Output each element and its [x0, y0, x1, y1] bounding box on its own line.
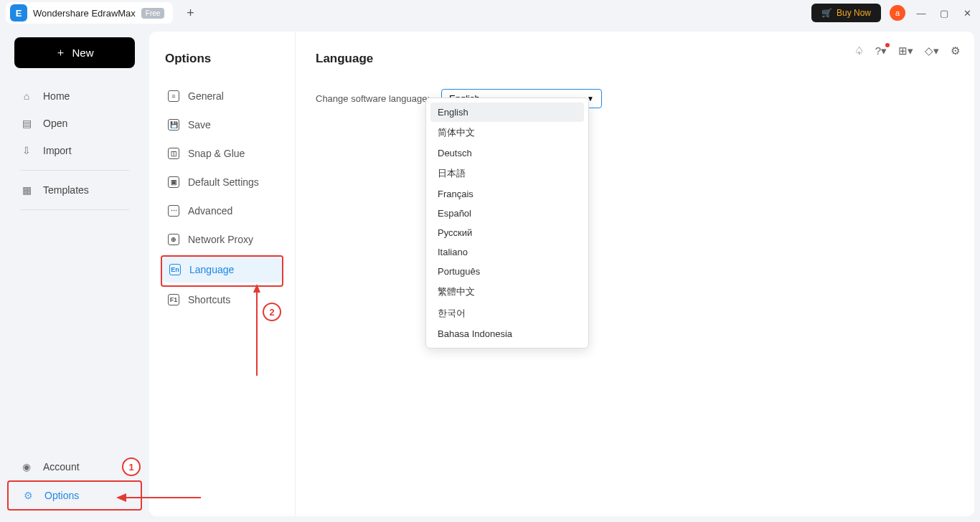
new-tab-button[interactable]: +	[182, 6, 199, 21]
plus-icon: ＋	[55, 46, 66, 60]
options-item-snap[interactable]: ◫Snap & Glue	[161, 141, 283, 166]
close-button[interactable]: ✕	[960, 6, 974, 20]
language-icon: En	[169, 264, 181, 275]
annotation-highlight-options: ⚙ Options	[7, 480, 142, 511]
snap-icon: ◫	[168, 148, 179, 159]
annotation-step-2: 2	[263, 303, 281, 321]
language-option-italiano[interactable]: Italiano	[430, 242, 584, 262]
language-option-russian[interactable]: Русский	[430, 223, 584, 242]
shortcuts-icon: F1	[168, 294, 179, 305]
free-badge: Free	[141, 8, 165, 19]
options-item-general[interactable]: ≡General	[161, 83, 283, 109]
network-icon: ⊕	[168, 234, 179, 245]
language-option-espanol[interactable]: Español	[430, 204, 584, 223]
divider	[20, 170, 129, 171]
app-title: Wondershare EdrawMax	[33, 8, 136, 19]
options-sidebar: Options ≡General 💾Save ◫Snap & Glue ▣Def…	[149, 32, 296, 516]
change-language-label: Change software language:	[316, 93, 430, 104]
gear-icon: ⚙	[22, 489, 34, 502]
general-icon: ≡	[168, 90, 179, 102]
language-option-japanese[interactable]: 日本語	[430, 163, 584, 184]
cart-icon: 🛒	[821, 8, 832, 18]
divider	[20, 209, 129, 210]
language-option-traditional-chinese[interactable]: 繁體中文	[430, 281, 584, 303]
save-icon: 💾	[168, 119, 179, 130]
import-icon: ⇩	[20, 144, 33, 157]
language-title: Language	[316, 52, 954, 66]
buy-now-button[interactable]: 🛒 Buy Now	[811, 4, 881, 22]
options-title: Options	[161, 52, 283, 66]
options-item-network[interactable]: ⊕Network Proxy	[161, 227, 283, 252]
language-option-francais[interactable]: Français	[430, 184, 584, 204]
language-option-deutsch[interactable]: Deutsch	[430, 143, 584, 163]
titlebar: E Wondershare EdrawMax Free + 🛒 Buy Now …	[0, 0, 980, 26]
options-item-language[interactable]: EnLanguage	[162, 257, 282, 283]
account-icon: ◉	[20, 460, 33, 473]
language-option-simplified-chinese[interactable]: 简体中文	[430, 122, 584, 143]
language-option-english[interactable]: English	[430, 103, 584, 122]
options-item-save[interactable]: 💾Save	[161, 112, 283, 138]
annotation-step-1: 1	[122, 457, 141, 476]
sidebar-item-import[interactable]: ⇩ Import	[7, 137, 142, 164]
language-panel: Language Change software language: Engli…	[296, 32, 974, 516]
user-avatar[interactable]: a	[890, 5, 905, 21]
sidebar-item-options[interactable]: ⚙ Options	[9, 482, 141, 509]
sidebar-item-templates[interactable]: ▦ Templates	[7, 176, 142, 204]
sidebar-item-home[interactable]: ⌂ Home	[7, 82, 142, 110]
options-item-advanced[interactable]: ⋯Advanced	[161, 198, 283, 224]
options-item-default[interactable]: ▣Default Settings	[161, 169, 283, 195]
language-dropdown: English 简体中文 Deutsch 日本語 Français Españo…	[425, 98, 589, 348]
templates-icon: ▦	[20, 184, 33, 196]
sidebar-item-open[interactable]: ▤ Open	[7, 110, 142, 137]
new-button[interactable]: ＋ New	[14, 37, 135, 68]
file-icon: ▤	[20, 117, 33, 130]
advanced-icon: ⋯	[168, 205, 179, 217]
minimize-button[interactable]: —	[914, 6, 928, 20]
sidebar-item-account[interactable]: ◉ Account 1	[7, 453, 142, 480]
home-icon: ⌂	[20, 90, 33, 103]
maximize-button[interactable]: ▢	[937, 6, 951, 20]
primary-sidebar: ＋ New ⌂ Home ▤ Open ⇩ Import ▦ Templates…	[0, 26, 149, 522]
edrawmax-logo-icon: E	[10, 4, 27, 22]
language-option-portugues[interactable]: Português	[430, 262, 584, 281]
default-icon: ▣	[168, 176, 179, 188]
language-option-korean[interactable]: 한국어	[430, 303, 584, 324]
app-tab[interactable]: E Wondershare EdrawMax Free	[6, 2, 173, 24]
annotation-highlight-language: EnLanguage	[161, 255, 283, 287]
language-option-bahasa[interactable]: Bahasa Indonesia	[430, 324, 584, 343]
content-panel: ♤ ?▾ ⊞▾ ◇▾ ⚙ Options ≡General 💾Save ◫Sna…	[149, 32, 974, 516]
